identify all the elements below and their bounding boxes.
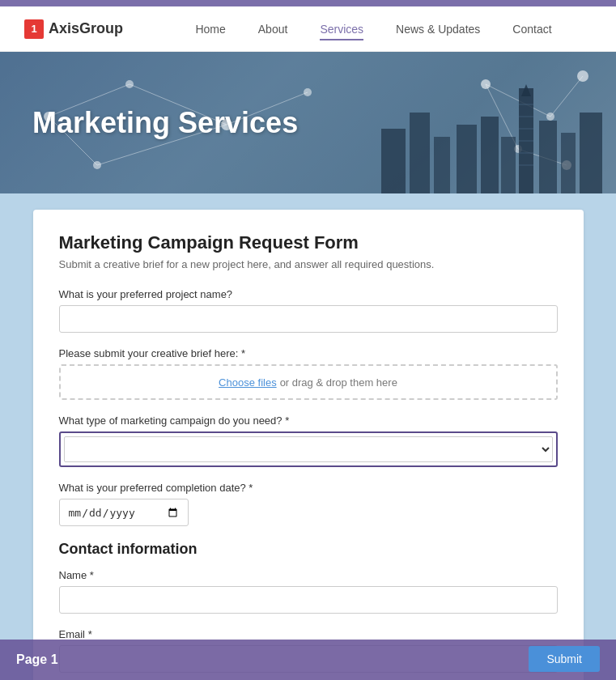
email-label: Email * [59, 628, 558, 640]
creative-brief-label: Please submit your creative brief here: … [59, 347, 558, 359]
nav-item-services[interactable]: Services [320, 22, 363, 36]
nav-link-home[interactable]: Home [195, 19, 225, 39]
name-label: Name * [59, 569, 558, 581]
name-input[interactable] [59, 586, 558, 614]
choose-files-link[interactable]: Choose files [219, 376, 277, 389]
svg-rect-33 [457, 125, 477, 193]
logo[interactable]: 1 AxisGroup [24, 19, 123, 39]
hero-title: Marketing Services [32, 106, 298, 140]
nav-link-contact[interactable]: Contact [512, 19, 551, 39]
logo-icon: 1 [24, 19, 44, 39]
submit-button[interactable]: Submit [529, 646, 600, 672]
form-title: Marketing Campaign Request Form [59, 232, 558, 253]
nav-links: Home About Services News & Updates Conta… [155, 22, 592, 36]
bottom-bar: Page 1 [0, 640, 616, 680]
completion-date-label: What is your preferred completion date? … [59, 482, 558, 494]
nav-link-news[interactable]: News & Updates [396, 19, 480, 39]
svg-rect-34 [481, 117, 499, 193]
svg-rect-32 [580, 113, 602, 193]
completion-date-input[interactable] [59, 499, 189, 526]
svg-rect-31 [561, 133, 576, 193]
name-group: Name * [59, 569, 558, 614]
file-upload-text: or drag & drop them here [280, 376, 397, 389]
logo-text: AxisGroup [49, 20, 123, 37]
svg-point-13 [93, 161, 101, 169]
logo-text-colored: Group [79, 20, 123, 36]
svg-rect-30 [539, 121, 557, 193]
page-indicator: Page 1 [16, 652, 58, 667]
creative-brief-group: Please submit your creative brief here: … [59, 347, 558, 400]
svg-point-10 [125, 80, 134, 88]
nav-item-contact[interactable]: Contact [512, 22, 551, 36]
form-subtitle: Submit a creative brief for a new projec… [59, 258, 558, 270]
svg-point-12 [304, 88, 312, 96]
campaign-type-label: What type of marketing campaign do you n… [59, 414, 558, 427]
nav-item-about[interactable]: About [258, 22, 288, 36]
completion-date-group: What is your preferred completion date? … [59, 482, 558, 526]
project-name-label: What is your preferred project name? [59, 288, 558, 300]
contact-section-title: Contact information [59, 541, 558, 558]
nav-item-news[interactable]: News & Updates [396, 22, 480, 36]
content-area: Marketing Campaign Request Form Submit a… [0, 193, 616, 680]
hero-section: Marketing Services [0, 52, 616, 193]
file-upload-area[interactable]: Choose files or drag & drop them here [59, 364, 558, 400]
svg-rect-21 [434, 137, 450, 193]
project-name-group: What is your preferred project name? [59, 288, 558, 333]
city-silhouette [373, 80, 616, 193]
nav-link-services[interactable]: Services [320, 19, 363, 40]
nav-link-about[interactable]: About [258, 19, 288, 39]
form-card: Marketing Campaign Request Form Submit a… [33, 210, 584, 680]
date-input-wrapper [59, 499, 189, 526]
svg-rect-20 [410, 113, 430, 193]
svg-rect-19 [381, 129, 406, 193]
campaign-type-select[interactable]: Digital Marketing Print Campaign Social … [64, 436, 553, 462]
navbar: 1 AxisGroup Home About Services News & U… [0, 6, 616, 52]
nav-item-home[interactable]: Home [195, 22, 225, 36]
top-bar [0, 0, 616, 6]
project-name-input[interactable] [59, 305, 558, 333]
campaign-type-group: What type of marketing campaign do you n… [59, 414, 558, 467]
svg-rect-35 [501, 137, 516, 193]
campaign-type-select-wrapper: Digital Marketing Print Campaign Social … [59, 431, 558, 467]
